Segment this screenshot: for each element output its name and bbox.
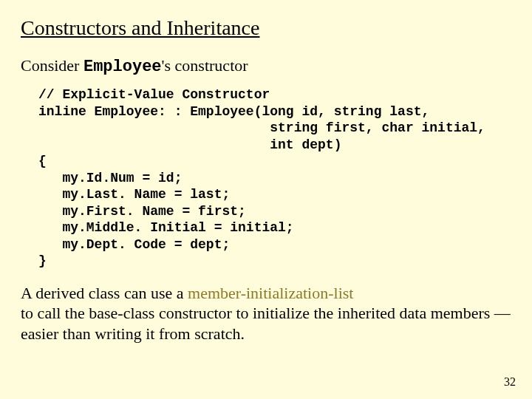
paragraph-suffix: to call the base-class constructor to in… bbox=[21, 304, 511, 343]
slide: Constructors and Inheritance Consider Em… bbox=[0, 0, 532, 344]
paragraph-term: member-initialization-list bbox=[188, 284, 353, 302]
page-number: 32 bbox=[504, 375, 516, 389]
subtitle-code: Employee bbox=[83, 58, 162, 76]
paragraph-prefix: A derived class can use a bbox=[21, 284, 188, 302]
paragraph: A derived class can use a member-initial… bbox=[21, 283, 511, 344]
code-block: // Explicit-Value Constructor inline Emp… bbox=[38, 86, 511, 270]
subtitle-prefix: Consider bbox=[21, 56, 83, 75]
subtitle-suffix: 's constructor bbox=[162, 56, 248, 75]
slide-title: Constructors and Inheritance bbox=[21, 16, 511, 40]
subtitle: Consider Employee's constructor bbox=[21, 56, 511, 76]
